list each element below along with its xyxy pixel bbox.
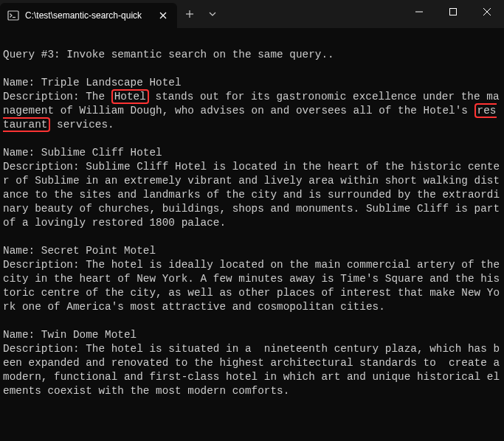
query-header: Query #3: Invoke semantic search on the …	[3, 49, 334, 60]
result-name: Name: Secret Point Motel	[3, 245, 156, 257]
tab-terminal[interactable]: C:\test\semantic-search-quick	[0, 3, 177, 28]
result-name: Name: Sublime Cliff Hotel	[3, 147, 162, 159]
tab-title: C:\test\semantic-search-quick	[25, 10, 151, 21]
terminal-icon	[7, 10, 19, 21]
result-description: Description: The hotel is situated in a …	[3, 343, 504, 397]
title-bar: C:\test\semantic-search-quick	[0, 0, 504, 28]
svg-rect-7	[450, 9, 457, 15]
result-name: Name: Triple Landscape Hotel	[3, 77, 182, 88]
dropdown-button[interactable]	[202, 3, 223, 25]
window-close-button[interactable]	[470, 0, 504, 24]
new-tab-button[interactable]	[177, 3, 202, 25]
terminal-output: Query #3: Invoke semantic search on the …	[0, 28, 504, 404]
window-controls	[402, 0, 504, 24]
tab-actions	[177, 0, 223, 28]
svg-rect-0	[8, 11, 18, 20]
result-description: Description: The hotel is ideally locate…	[3, 259, 504, 313]
result-desc-prefix: Description: The	[3, 91, 105, 103]
result-description: Description: Sublime Cliff Hotel is loca…	[3, 161, 504, 229]
tab-close-button[interactable]	[156, 9, 170, 22]
maximize-button[interactable]	[436, 0, 470, 24]
minimize-button[interactable]	[402, 0, 436, 24]
result-name: Name: Twin Dome Motel	[3, 329, 137, 341]
result-desc-suffix: services.	[57, 119, 114, 131]
highlight-hotel: Hotel	[111, 89, 149, 104]
